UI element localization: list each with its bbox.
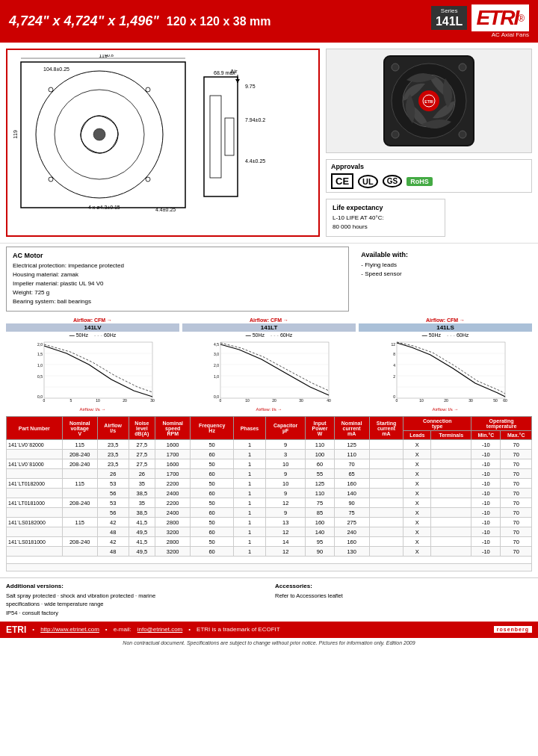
chart-lv-legend: — 50Hz - - - 60Hz <box>6 332 179 338</box>
capacitor: 9 <box>265 469 306 479</box>
terminals <box>431 450 471 459</box>
svg-text:40: 40 <box>327 398 331 403</box>
airflow: 23,5 <box>97 459 129 469</box>
capacitor: 14 <box>265 537 306 547</box>
table-section: Part Number NominalvoltageV Airflowl/s N… <box>0 413 538 574</box>
svg-text:7.94±0.2: 7.94±0.2 <box>245 117 265 123</box>
svg-text:5: 5 <box>70 398 72 403</box>
email-link[interactable]: info@etrinet.com <box>137 626 183 633</box>
min-temp: -10 <box>471 547 501 557</box>
th-min-temp: Min.°C <box>471 431 501 440</box>
svg-text:8: 8 <box>393 352 395 356</box>
series-badge: Series 141L <box>431 6 467 31</box>
start-current <box>369 440 404 450</box>
right-panel: ETRI Approvals CE UL GS RoHS Life expect… <box>326 49 532 237</box>
brand-area: Series 141L ETRI® AC Axial Fans <box>431 4 529 38</box>
max-temp: 70 <box>501 518 532 527</box>
dimensions-imperial: 4,724" x 4,724" x 1,496" 120 x 120 x 38 … <box>9 13 270 29</box>
voltage <box>62 547 97 557</box>
speed: 1600 <box>155 459 191 469</box>
th-speed: NominalspeedRPM <box>155 417 191 440</box>
power: 140 <box>306 527 334 537</box>
svg-text:4.4±0.25: 4.4±0.25 <box>155 207 176 212</box>
terminals <box>431 508 471 518</box>
capacitor: 9 <box>265 508 306 518</box>
leads: X <box>404 508 431 518</box>
part-number: 141`LV0`82000 <box>7 440 63 450</box>
leads: X <box>404 527 431 537</box>
leads: X <box>404 440 431 450</box>
power: 100 <box>306 450 334 459</box>
airflow-lv-axis: Airflow: l/s → <box>6 407 179 412</box>
svg-point-32 <box>392 63 399 71</box>
phases: 1 <box>234 450 266 459</box>
trademark: ETRI is a trademark of ECOFIT <box>197 626 280 633</box>
freq: 60 <box>191 547 234 557</box>
noise: 49,5 <box>129 527 155 537</box>
start-current <box>369 537 404 547</box>
min-temp: -10 <box>471 479 501 489</box>
table-row: 56 38,5 2400 60 1 9 110 140 X -10 70 <box>7 489 532 498</box>
th-part-number: Part Number <box>7 417 63 440</box>
svg-text:2,0: 2,0 <box>214 363 219 368</box>
terminals <box>431 489 471 498</box>
terminals <box>431 537 471 547</box>
svg-point-34 <box>392 131 399 138</box>
max-temp: 70 <box>501 479 532 489</box>
speed: 3200 <box>155 527 191 537</box>
footer-bar: ETRI • http://www.etrinet.com • e-mail: … <box>0 622 538 638</box>
chart-lv-svg: 2,0 1,5 1,0 0,5 0,0 0 5 10 20 30 <box>6 338 179 406</box>
start-current <box>369 459 404 469</box>
phases: 1 <box>234 459 266 469</box>
power: 55 <box>306 469 334 479</box>
svg-text:50: 50 <box>493 398 498 403</box>
power: 125 <box>306 479 334 489</box>
leads: X <box>404 450 431 459</box>
airflow-cfm-label-lt: Airflow: CFM → <box>182 317 356 323</box>
info-section: AC Motor Electrical protection: impedanc… <box>0 244 538 315</box>
airflow: 56 <box>97 489 129 498</box>
min-temp: -10 <box>471 537 501 547</box>
power: 60 <box>306 459 334 469</box>
min-temp: -10 <box>471 527 501 537</box>
noise: 27,5 <box>129 440 155 450</box>
th-leads: Leads <box>404 431 431 440</box>
freq: 60 <box>191 527 234 537</box>
svg-text:0,5: 0,5 <box>37 374 43 379</box>
terminals <box>431 547 471 557</box>
th-max-temp: Max.°C <box>501 431 532 440</box>
th-freq: FrequencyHz <box>191 417 234 440</box>
capacitor: 10 <box>265 459 306 469</box>
voltage <box>62 489 97 498</box>
capacitor: 12 <box>265 527 306 537</box>
chart-ls-title: 141LS <box>359 323 532 332</box>
available-items: - Flying leads - Speed sensor <box>361 261 526 279</box>
phases: 1 <box>234 469 266 479</box>
speed: 2800 <box>155 518 191 527</box>
part-number <box>7 527 63 537</box>
svg-text:4: 4 <box>393 363 395 368</box>
freq: 60 <box>191 508 234 518</box>
etri-logo: ETRI <box>476 6 518 29</box>
leads: X <box>404 537 431 547</box>
svg-text:30: 30 <box>150 398 155 403</box>
svg-rect-36 <box>44 342 152 398</box>
start-current <box>369 527 404 537</box>
website-link[interactable]: http://www.etrinet.com <box>40 626 99 633</box>
airflow: 53 <box>97 498 129 508</box>
part-number: 141`LT0181000 <box>7 498 63 508</box>
voltage <box>62 469 97 479</box>
freq: 50 <box>191 518 234 527</box>
min-temp: -10 <box>471 508 501 518</box>
max-temp: 70 <box>501 469 532 479</box>
terminals <box>431 459 471 469</box>
nom-current: 130 <box>334 547 369 557</box>
power: 75 <box>306 498 334 508</box>
rohs-logo: RoHS <box>406 177 433 186</box>
speed: 2200 <box>155 498 191 508</box>
nom-current: 240 <box>334 527 369 537</box>
noise: 41,5 <box>129 537 155 547</box>
min-temp: -10 <box>471 518 501 527</box>
start-current <box>369 450 404 459</box>
power: 160 <box>306 518 334 527</box>
